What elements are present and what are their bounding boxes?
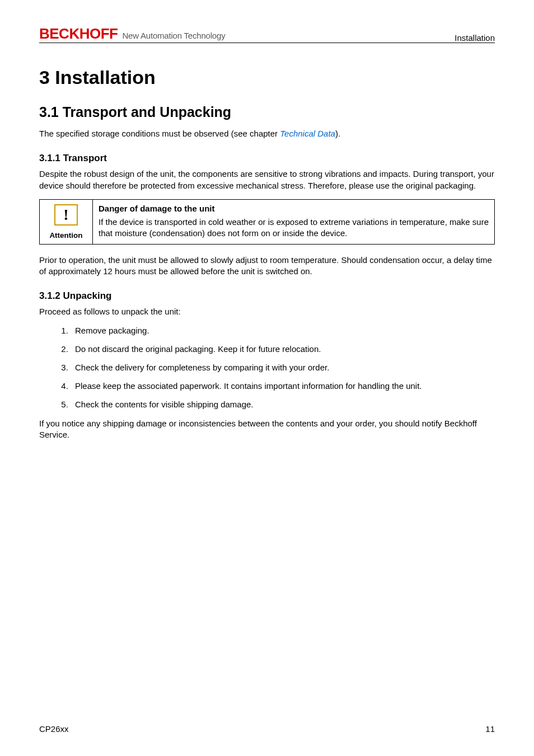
attention-label: Attention [49,231,82,240]
section-3-1-intro: The specified storage conditions must be… [39,128,495,139]
list-item: Check the contents for visible shipping … [71,400,495,409]
header-section-label: Installation [455,33,495,43]
brand-logo-block: BECKHOFF New Automation Technology [39,25,225,43]
technical-data-link[interactable]: Technical Data [280,129,335,138]
section-3-1-2-closing: If you notice any shipping damage or inc… [39,418,495,441]
section-3-1-1-para: Despite the robust design of the unit, t… [39,168,495,191]
section-3-1-title: 3.1 Transport and Unpacking [39,104,495,120]
attention-right-cell: Danger of damage to the unit If the devi… [93,200,494,244]
section-3-1-1-title: 3.1.1 Transport [39,153,495,164]
after-attention-para: Prior to operation, the unit must be all… [39,255,495,278]
page-footer: CP26xx 11 [39,724,495,734]
section-3-1-2-title: 3.1.2 Unpacking [39,290,495,302]
footer-doc-code: CP26xx [39,724,69,734]
attention-title: Danger of damage to the unit [99,203,489,214]
exclamation-icon: ! [63,207,68,223]
list-item: Do not discard the original packaging. K… [71,344,495,354]
brand-logo-text: BECKHOFF [39,25,118,43]
intro-suffix: ). [335,129,340,138]
unpacking-steps-list: Remove packaging. Do not discard the ori… [71,326,495,409]
footer-page-number: 11 [485,724,495,734]
section-3-1-2-intro: Proceed as follows to unpack the unit: [39,306,495,317]
attention-body: If the device is transported in cold wea… [99,217,489,240]
attention-icon: ! [54,204,78,226]
list-item: Please keep the associated paperwork. It… [71,381,495,391]
list-item: Check the delivery for completeness by c… [71,363,495,372]
page-header: BECKHOFF New Automation Technology Insta… [39,25,495,43]
chapter-title: 3 Installation [39,67,495,88]
list-item: Remove packaging. [71,326,495,335]
intro-prefix: The specified storage conditions must be… [39,129,280,138]
brand-tagline: New Automation Technology [122,31,225,40]
attention-left-cell: ! Attention [40,200,93,244]
attention-box: ! Attention Danger of damage to the unit… [39,199,495,245]
